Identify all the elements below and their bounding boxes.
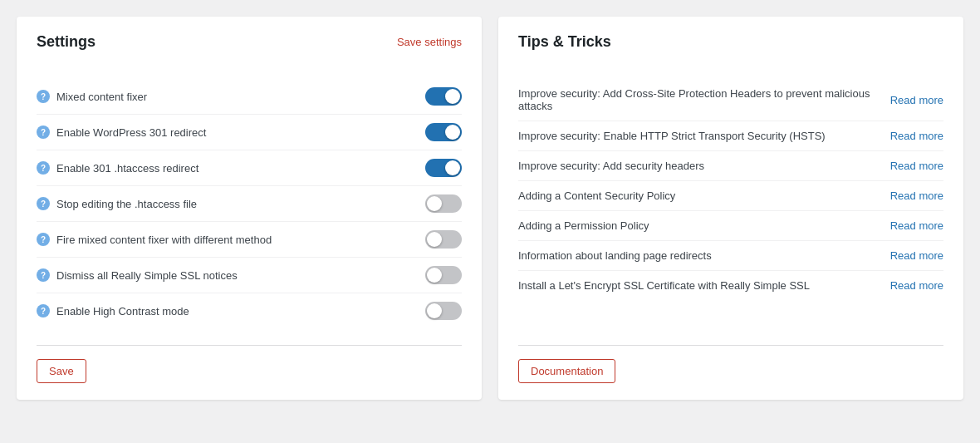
setting-left-htaccess-redirect: ?Enable 301 .htaccess redirect <box>37 161 198 175</box>
toggle-htaccess-redirect[interactable] <box>425 159 462 177</box>
tip-row-tip-cross-site: Improve security: Add Cross-Site Protect… <box>518 79 943 121</box>
setting-left-fire-mixed-content: ?Fire mixed content fixer with different… <box>37 233 272 246</box>
tip-row-tip-csp: Adding a Content Security PolicyRead mor… <box>518 181 943 211</box>
toggle-dismiss-notices[interactable] <box>425 266 462 284</box>
settings-divider <box>37 345 462 346</box>
toggle-high-contrast[interactable] <box>425 302 462 320</box>
tip-text-tip-landing-redirects: Information about landing page redirects <box>518 249 880 262</box>
toggle-slider-high-contrast <box>425 302 462 320</box>
tip-row-tip-lets-encrypt: Install a Let's Encrypt SSL Certificate … <box>518 271 943 300</box>
setting-label-stop-editing-htaccess: Stop editing the .htaccess file <box>56 198 197 210</box>
settings-list: ?Mixed content fixer?Enable WordPress 30… <box>37 79 462 328</box>
help-icon-htaccess-redirect[interactable]: ? <box>37 161 50 175</box>
toggle-slider-stop-editing-htaccess <box>425 194 462 213</box>
settings-title: Settings <box>37 33 96 51</box>
read-more-link-tip-lets-encrypt[interactable]: Read more <box>890 279 943 292</box>
setting-row: ?Fire mixed content fixer with different… <box>37 222 462 258</box>
toggle-wp-301-redirect[interactable] <box>425 123 462 141</box>
setting-row: ?Stop editing the .htaccess file <box>37 186 462 222</box>
toggle-stop-editing-htaccess[interactable] <box>425 194 462 213</box>
setting-left-dismiss-notices: ?Dismiss all Really Simple SSL notices <box>37 268 238 282</box>
tips-panel: Tips & Tricks Improve security: Add Cros… <box>498 17 963 400</box>
help-icon-wp-301-redirect[interactable]: ? <box>37 126 50 139</box>
setting-label-fire-mixed-content: Fire mixed content fixer with different … <box>56 234 272 246</box>
help-icon-fire-mixed-content[interactable]: ? <box>37 233 50 246</box>
tips-list: Improve security: Add Cross-Site Protect… <box>518 79 943 300</box>
setting-row: ?Dismiss all Really Simple SSL notices <box>37 258 462 293</box>
read-more-link-tip-hsts[interactable]: Read more <box>890 130 943 142</box>
help-icon-mixed-content-fixer[interactable]: ? <box>37 90 50 103</box>
tip-text-tip-hsts: Improve security: Enable HTTP Strict Tra… <box>518 130 880 142</box>
tip-text-tip-cross-site: Improve security: Add Cross-Site Protect… <box>518 87 880 112</box>
setting-label-dismiss-notices: Dismiss all Really Simple SSL notices <box>56 269 238 282</box>
tip-row-tip-permission-policy: Adding a Permission PolicyRead more <box>518 211 943 241</box>
setting-row: ?Enable WordPress 301 redirect <box>37 115 462 150</box>
read-more-link-tip-csp[interactable]: Read more <box>890 190 943 202</box>
read-more-link-tip-permission-policy[interactable]: Read more <box>890 219 943 232</box>
help-icon-dismiss-notices[interactable]: ? <box>37 268 50 282</box>
tip-row-tip-landing-redirects: Information about landing page redirects… <box>518 241 943 271</box>
toggle-slider-wp-301-redirect <box>425 123 462 141</box>
tip-text-tip-permission-policy: Adding a Permission Policy <box>518 219 880 232</box>
read-more-link-tip-cross-site[interactable]: Read more <box>890 94 943 106</box>
read-more-link-tip-security-headers[interactable]: Read more <box>890 160 943 172</box>
save-button[interactable]: Save <box>37 359 86 383</box>
toggle-slider-fire-mixed-content <box>425 230 462 249</box>
setting-row: ?Mixed content fixer <box>37 79 462 115</box>
tips-divider <box>518 345 943 346</box>
tip-text-tip-csp: Adding a Content Security Policy <box>518 190 880 202</box>
setting-left-stop-editing-htaccess: ?Stop editing the .htaccess file <box>37 197 197 210</box>
tip-text-tip-security-headers: Improve security: Add security headers <box>518 160 880 172</box>
setting-label-wp-301-redirect: Enable WordPress 301 redirect <box>56 126 206 139</box>
tip-row-tip-hsts: Improve security: Enable HTTP Strict Tra… <box>518 121 943 151</box>
documentation-button[interactable]: Documentation <box>518 359 615 383</box>
setting-left-wp-301-redirect: ?Enable WordPress 301 redirect <box>37 126 206 139</box>
settings-header: Settings Save settings <box>37 33 462 62</box>
setting-left-mixed-content-fixer: ?Mixed content fixer <box>37 90 147 103</box>
read-more-link-tip-landing-redirects[interactable]: Read more <box>890 249 943 262</box>
tips-header: Tips & Tricks <box>518 33 943 62</box>
setting-row: ?Enable 301 .htaccess redirect <box>37 150 462 186</box>
setting-row: ?Enable High Contrast mode <box>37 293 462 328</box>
tip-text-tip-lets-encrypt: Install a Let's Encrypt SSL Certificate … <box>518 279 880 292</box>
save-settings-link[interactable]: Save settings <box>397 36 462 48</box>
setting-label-htaccess-redirect: Enable 301 .htaccess redirect <box>56 162 198 175</box>
setting-label-high-contrast: Enable High Contrast mode <box>56 305 189 317</box>
tip-row-tip-security-headers: Improve security: Add security headersRe… <box>518 151 943 181</box>
tips-title: Tips & Tricks <box>518 33 611 51</box>
settings-panel: Settings Save settings ?Mixed content fi… <box>17 17 482 400</box>
help-icon-stop-editing-htaccess[interactable]: ? <box>37 197 50 210</box>
tips-footer: Documentation <box>518 328 943 383</box>
toggle-slider-htaccess-redirect <box>425 159 462 177</box>
toggle-fire-mixed-content[interactable] <box>425 230 462 249</box>
settings-footer: Save <box>37 328 462 383</box>
toggle-slider-mixed-content-fixer <box>425 87 462 106</box>
setting-left-high-contrast: ?Enable High Contrast mode <box>37 304 189 317</box>
help-icon-high-contrast[interactable]: ? <box>37 304 50 317</box>
setting-label-mixed-content-fixer: Mixed content fixer <box>56 91 147 103</box>
toggle-slider-dismiss-notices <box>425 266 462 284</box>
main-layout: Settings Save settings ?Mixed content fi… <box>17 17 963 400</box>
toggle-mixed-content-fixer[interactable] <box>425 87 462 106</box>
